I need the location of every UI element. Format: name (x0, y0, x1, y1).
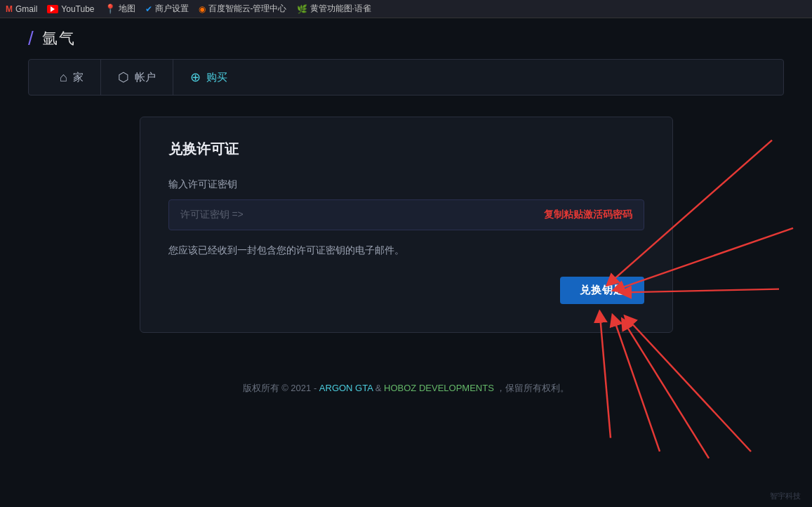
redeem-card: 兑换许可证 输入许可证密钥 许可证密钥 => 复制粘贴激活码密码 您应该已经收到… (140, 117, 673, 333)
watermark: 智宇科技 (770, 491, 801, 501)
merchant-tab[interactable]: ✔ 商户设置 (145, 3, 189, 15)
nav-account-label: 帐户 (135, 71, 156, 84)
footer-hoboz-link[interactable]: HOBOZ DEVELOPMENTS (384, 383, 494, 393)
logo-bar: / 氩气 (0, 18, 812, 59)
home-icon: ⌂ (60, 70, 67, 85)
account-icon: ⬡ (118, 70, 129, 85)
yuque-icon: 🌿 (297, 4, 307, 14)
footer-text: 版权所有 © 2021 - (243, 383, 319, 393)
input-section-label: 输入许可证密钥 (168, 178, 644, 191)
map-icon: 📍 (105, 4, 116, 14)
map-tab[interactable]: 📍 地图 (105, 3, 135, 15)
gmail-tab[interactable]: M Gmail (6, 4, 37, 14)
nav-buy-label: 购买 (206, 71, 227, 84)
youtube-label: YouTube (61, 4, 94, 14)
nav-buy[interactable]: ⊕ 购买 (173, 60, 244, 95)
baidu-tab[interactable]: ◉ 百度智能云-管理中心 (199, 3, 287, 15)
footer-suffix: ，保留所有权利。 (496, 383, 569, 393)
map-label: 地图 (119, 3, 135, 15)
copy-paste-button[interactable]: 复制粘贴激活码密码 (544, 209, 632, 221)
gmail-label: Gmail (15, 4, 37, 14)
browser-bar: M Gmail YouTube 📍 地图 ✔ 商户设置 ◉ 百度智能云-管理中心… (0, 0, 812, 18)
nav-bar: ⌂ 家 ⬡ 帐户 ⊕ 购买 (28, 59, 784, 96)
baidu-label: 百度智能云-管理中心 (208, 3, 287, 15)
main-content: 兑换许可证 输入许可证密钥 许可证密钥 => 复制粘贴激活码密码 您应该已经收到… (0, 96, 812, 354)
yuque-tab[interactable]: 🌿 黄管功能图·语雀 (297, 3, 371, 15)
app-container: / 氩气 ⌂ 家 ⬡ 帐户 ⊕ 购买 兑换许可证 输入许可证密钥 许可证密钥 =… (0, 18, 812, 507)
yuque-label: 黄管功能图·语雀 (310, 3, 371, 15)
nav-account[interactable]: ⬡ 帐户 (101, 60, 173, 95)
merchant-icon: ✔ (145, 4, 152, 14)
merchant-label: 商户设置 (155, 3, 189, 15)
redeem-title: 兑换许可证 (168, 140, 644, 159)
footer-argon-link[interactable]: ARGON GTA (319, 383, 373, 393)
buy-icon: ⊕ (190, 70, 201, 85)
redeem-button[interactable]: 兑换钥匙 (560, 277, 644, 304)
youtube-icon (47, 5, 58, 13)
logo-text: 氩气 (42, 28, 76, 49)
license-placeholder: 许可证密钥 => (180, 209, 537, 221)
logo-slash: / (28, 29, 34, 48)
youtube-tab[interactable]: YouTube (47, 4, 94, 14)
footer: 版权所有 © 2021 - ARGON GTA & HOBOZ DEVELOPM… (0, 361, 812, 416)
email-hint: 您应该已经收到一封包含您的许可证密钥的电子邮件。 (168, 244, 644, 257)
baidu-icon: ◉ (199, 4, 206, 14)
footer-sep: & (375, 383, 384, 393)
nav-home-label: 家 (73, 71, 84, 84)
gmail-icon: M (6, 4, 13, 14)
nav-home[interactable]: ⌂ 家 (43, 60, 101, 95)
license-input-row[interactable]: 许可证密钥 => 复制粘贴激活码密码 (168, 199, 644, 230)
redeem-button-row: 兑换钥匙 (168, 277, 644, 304)
